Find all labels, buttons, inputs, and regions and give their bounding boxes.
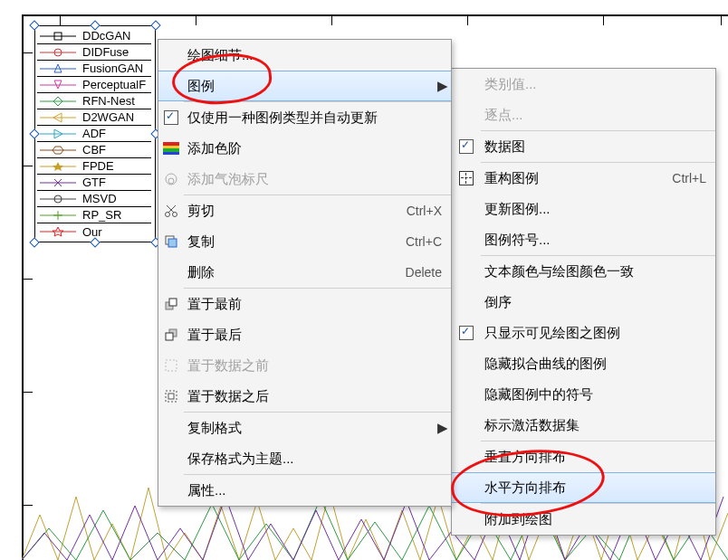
after-data-icon (164, 389, 178, 403)
legend-item[interactable]: RP_SR (37, 207, 151, 223)
legend-label: DIDFuse (82, 45, 129, 59)
svg-rect-37 (169, 299, 177, 306)
legend-label: DDcGAN (82, 29, 130, 43)
legend-item[interactable]: GTF (37, 175, 151, 191)
submenu-item-text-color-match[interactable]: 文本颜色与绘图颜色一致 (452, 256, 715, 287)
submenu-item-legend-symbol[interactable]: 图例符号... (452, 224, 715, 255)
submenu-item-arrange-vertical[interactable]: 垂直方向排布 (452, 441, 715, 472)
bubble-icon (164, 172, 178, 186)
svg-marker-17 (53, 162, 63, 171)
menu-item-bring-front[interactable]: 置于最前 (158, 289, 451, 319)
legend-item[interactable]: DIDFuse (37, 44, 151, 61)
svg-rect-35 (168, 239, 177, 247)
legend-label: FPDE (82, 159, 114, 173)
shortcut-text: Ctrl+X (407, 204, 451, 218)
svg-rect-40 (166, 360, 177, 371)
menu-item-after-data[interactable]: 置于数据之后 (158, 381, 451, 412)
legend-label: RFN-Nest (82, 94, 135, 108)
submenu-item-point-by-point: 逐点... (452, 100, 715, 130)
menu-item-use-one-legend[interactable]: 仅使用一种图例类型并自动更新 (158, 102, 451, 133)
context-menu: 绘图细节... 图例 ▶ 仅使用一种图例类型并自动更新 添加色阶 添加气泡标尺 … (158, 39, 452, 507)
bring-front-icon (164, 297, 178, 311)
submenu-arrow-icon: ▶ (435, 78, 451, 94)
copy-icon (164, 234, 178, 249)
submenu-item-data-plot[interactable]: 数据图 (452, 131, 715, 162)
submenu-item-hide-legend-symbol[interactable]: 隐藏图例中的符号 (452, 379, 715, 410)
legend-submenu: 类别值... 逐点... 数据图 重构图例 Ctrl+L 更新图例... 图例符… (451, 68, 716, 536)
menu-item-add-colorscale[interactable]: 添加色阶 (158, 133, 451, 164)
menu-item-before-data: 置于数据之前 (158, 350, 451, 381)
svg-point-31 (173, 213, 177, 217)
menu-item-legend[interactable]: 图例 ▶ (158, 71, 451, 101)
legend-label: FusionGAN (82, 62, 143, 75)
menu-item-cut[interactable]: 剪切 Ctrl+X (158, 195, 451, 226)
legend-label: CBF (82, 143, 106, 157)
submenu-item-attach-to-plot[interactable]: 附加到绘图 (452, 504, 715, 535)
legend-item[interactable]: PerceptualF (37, 77, 151, 93)
before-data-icon (164, 358, 178, 373)
legend-item[interactable]: CBF (37, 142, 151, 158)
submenu-item-show-visible-only[interactable]: 只显示可见绘图之图例 (452, 318, 715, 348)
svg-rect-42 (168, 394, 174, 399)
shortcut-text: Delete (406, 265, 451, 280)
submenu-arrow-icon: ▶ (435, 420, 451, 436)
legend-label: Our (82, 225, 102, 239)
submenu-item-arrange-horizontal[interactable]: 水平方向排布 (452, 472, 715, 503)
menu-item-plot-details[interactable]: 绘图细节... (158, 40, 451, 71)
reconstruct-icon (459, 171, 474, 185)
menu-item-delete[interactable]: 删除 Delete (158, 257, 451, 288)
legend-item[interactable]: MSVD (37, 191, 151, 207)
submenu-item-hide-fit-curve[interactable]: 隐藏拟合曲线的图例 (452, 348, 715, 379)
menu-item-copy[interactable]: 复制 Ctrl+C (158, 226, 451, 257)
legend-item[interactable]: ADF (37, 126, 151, 142)
send-back-icon (164, 327, 178, 342)
legend-label: RP_SR (82, 208, 121, 222)
shortcut-text: Ctrl+C (406, 234, 451, 249)
menu-item-copy-format[interactable]: 复制格式 ▶ (158, 413, 451, 443)
colorscale-icon (163, 142, 179, 155)
legend-item[interactable]: RFN-Nest (37, 93, 151, 109)
legend-item[interactable]: FusionGAN (37, 61, 151, 77)
shortcut-text: Ctrl+L (672, 171, 715, 185)
menu-item-save-format-theme[interactable]: 保存格式为主题... (158, 443, 451, 474)
submenu-item-mark-active-dataset[interactable]: 标示激活数据集 (452, 410, 715, 441)
legend-label: D2WGAN (82, 110, 134, 124)
menu-item-add-bubble-ruler: 添加气泡标尺 (158, 164, 451, 195)
legend-label: PerceptualF (82, 78, 146, 91)
submenu-item-categorical: 类别值... (452, 69, 715, 100)
svg-point-28 (166, 174, 177, 185)
menu-item-properties[interactable]: 属性... (158, 475, 451, 506)
svg-point-29 (168, 178, 174, 184)
scissors-icon (164, 204, 178, 218)
svg-line-33 (167, 205, 174, 213)
submenu-item-reverse-order[interactable]: 倒序 (452, 287, 715, 318)
svg-rect-39 (166, 333, 173, 340)
svg-point-30 (166, 213, 170, 217)
legend-label: MSVD (82, 192, 117, 205)
legend-item[interactable]: D2WGAN (37, 109, 151, 126)
checkbox-icon (459, 326, 474, 340)
checkbox-icon (459, 139, 474, 154)
legend-label: ADF (82, 127, 106, 140)
chart-legend[interactable]: DDcGAN DIDFuse FusionGAN PerceptualF RFN… (34, 25, 156, 242)
submenu-item-reconstruct[interactable]: 重构图例 Ctrl+L (452, 163, 715, 194)
menu-item-send-back[interactable]: 置于最后 (158, 319, 451, 350)
legend-item[interactable]: FPDE (37, 158, 151, 175)
checkbox-icon (164, 110, 178, 125)
svg-line-32 (168, 205, 176, 213)
submenu-item-update-legend[interactable]: 更新图例... (452, 194, 715, 224)
legend-label: GTF (82, 176, 106, 189)
